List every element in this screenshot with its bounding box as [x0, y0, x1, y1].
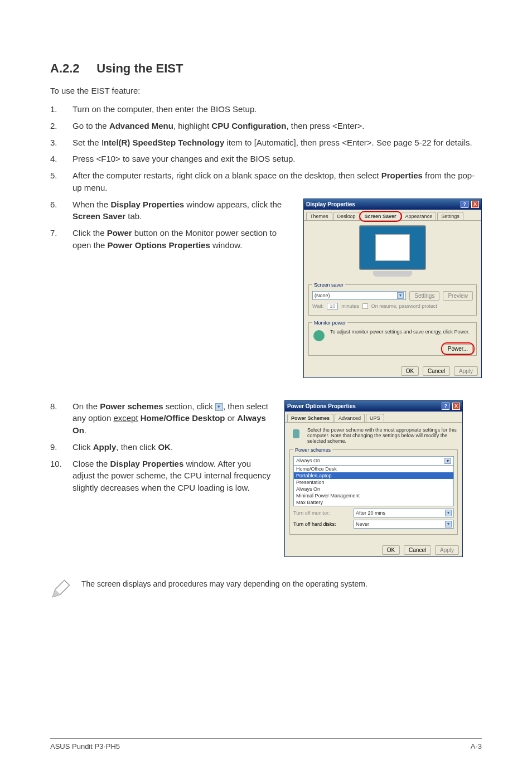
- screensaver-legend: Screen saver: [312, 282, 345, 288]
- step-2: 2. Go to the Advanced Menu, highlight CP…: [50, 120, 482, 132]
- step-number: 2.: [50, 120, 72, 132]
- cancel-button[interactable]: Cancel: [404, 545, 431, 555]
- chevron-down-icon: ▾: [215, 403, 223, 411]
- power-schemes-fieldset: Power schemes Always On ▾ Home/Office De…: [289, 447, 458, 535]
- section-number: A.2.2: [50, 61, 80, 75]
- svg-point-0: [313, 330, 325, 341]
- step-5: 5. After the computer restarts, right cl…: [50, 170, 482, 194]
- footer-left: ASUS Pundit P3-PH5: [50, 742, 120, 751]
- page-footer: ASUS Pundit P3-PH5 A-3: [50, 738, 482, 751]
- power-button[interactable]: Power...: [443, 344, 473, 354]
- step-number: 9.: [50, 441, 72, 453]
- step-10: 10. Close the Display Properties window.…: [50, 458, 273, 494]
- ok-button[interactable]: OK: [382, 545, 400, 555]
- step-3: 3. Set the Intel(R) SpeedStep Technology…: [50, 137, 482, 149]
- chevron-down-icon[interactable]: ▾: [445, 521, 452, 527]
- tab-advanced[interactable]: Advanced: [335, 414, 365, 422]
- step-text: Turn on the computer, then enter the BIO…: [72, 103, 482, 115]
- window-title: Power Options Properties: [287, 403, 356, 409]
- step-number: 7.: [50, 227, 72, 251]
- screensaver-select[interactable]: (None) ▾: [312, 291, 406, 300]
- step-9: 9. Click Apply, then click OK.: [50, 441, 273, 453]
- wait-unit: minutes: [341, 303, 359, 309]
- tab-settings[interactable]: Settings: [437, 212, 463, 220]
- step-text: On the Power schemes section, click ▾, t…: [72, 400, 273, 437]
- resume-checkbox[interactable]: [362, 303, 368, 309]
- tab-ups[interactable]: UPS: [366, 414, 384, 422]
- step-7: 7. Click the Power button on the Monitor…: [50, 227, 292, 251]
- tab-screensaver[interactable]: Screen Saver: [361, 212, 400, 220]
- section-heading: A.2.2 Using the EIST: [50, 61, 482, 76]
- step-6: 6. When the Display Properties window ap…: [50, 199, 292, 223]
- tabs-row: Themes Desktop Screen Saver Appearance S…: [304, 210, 481, 221]
- scheme-current: Always On: [296, 458, 320, 464]
- scheme-option[interactable]: Minimal Power Management: [294, 492, 453, 499]
- scheme-option[interactable]: Home/Office Desk: [294, 466, 453, 472]
- step-number: 3.: [50, 137, 72, 149]
- step-number: 4.: [50, 153, 72, 165]
- footer-right: A-3: [471, 742, 482, 751]
- energy-star-icon: [312, 329, 326, 342]
- chevron-down-icon[interactable]: ▾: [444, 458, 451, 464]
- power-scheme-select[interactable]: Always On ▾ Home/Office Desk Portable/La…: [293, 456, 454, 506]
- window-titlebar: Power Options Properties ? X: [285, 401, 462, 412]
- window-title: Display Properties: [306, 201, 355, 207]
- step-number: 5.: [50, 170, 72, 194]
- monitor-power-text: To adjust monitor power settings and sav…: [330, 329, 470, 335]
- preview-button[interactable]: Preview: [443, 291, 473, 301]
- close-button[interactable]: X: [452, 403, 460, 410]
- step-text: Click the Power button on the Monitor po…: [72, 227, 292, 251]
- wait-label: Wait:: [312, 303, 323, 309]
- apply-button[interactable]: Apply: [435, 545, 459, 555]
- wait-row: Wait: 10 minutes On resume, password pro…: [312, 303, 473, 309]
- step-text: Set the Intel(R) SpeedStep Technology it…: [72, 137, 482, 149]
- note-text: The screen displays and procedures may v…: [81, 579, 367, 588]
- step-text: Go to the Advanced Menu, highlight CPU C…: [72, 120, 482, 132]
- scheme-option[interactable]: Portable/Laptop: [294, 472, 453, 479]
- power-options-screenshot: Power Options Properties ? X Power Schem…: [284, 400, 463, 557]
- tab-power-schemes[interactable]: Power Schemes: [287, 414, 333, 422]
- section-title: Using the EIST: [96, 61, 183, 75]
- help-button[interactable]: ?: [442, 403, 449, 410]
- wait-spinner[interactable]: 10: [327, 303, 338, 309]
- step-number: 10.: [50, 458, 72, 494]
- step-text: Press <F10> to save your changes and exi…: [72, 153, 482, 165]
- step-text: Close the Display Properties window. Aft…: [72, 458, 273, 494]
- turnoff-monitor-select[interactable]: After 20 mins ▾: [354, 509, 454, 517]
- close-button[interactable]: X: [471, 201, 479, 208]
- apply-button[interactable]: Apply: [454, 366, 478, 376]
- intro-text: To use the EIST feature:: [50, 86, 482, 95]
- tab-desktop[interactable]: Desktop: [333, 212, 360, 220]
- display-properties-screenshot: Display Properties ? X Themes Desktop Sc…: [303, 199, 482, 378]
- tabs-row: Power Schemes Advanced UPS: [285, 412, 462, 423]
- window-titlebar: Display Properties ? X: [304, 199, 481, 210]
- monitor-power-fieldset: Monitor power To adjust monitor power se…: [308, 320, 477, 356]
- turnoff-monitor-label: Turn off monitor:: [293, 510, 349, 516]
- turnoff-hd-label: Turn off hard disks:: [293, 521, 349, 527]
- ok-button[interactable]: OK: [401, 366, 419, 376]
- step-number: 6.: [50, 199, 72, 223]
- scheme-options-list: Home/Office Desk Portable/Laptop Present…: [294, 466, 453, 506]
- scheme-option[interactable]: Max Battery: [294, 499, 453, 506]
- svg-rect-1: [293, 429, 299, 438]
- power-plug-icon: [289, 427, 303, 441]
- power-schemes-legend: Power schemes: [293, 447, 332, 453]
- scheme-option[interactable]: Always On: [294, 486, 453, 492]
- tab-themes[interactable]: Themes: [306, 212, 332, 220]
- settings-button[interactable]: Settings: [409, 291, 439, 301]
- tab-appearance[interactable]: Appearance: [402, 212, 437, 220]
- power-description: Select the power scheme with the most ap…: [307, 427, 458, 444]
- scheme-option[interactable]: Presentation: [294, 479, 453, 486]
- screensaver-fieldset: Screen saver (None) ▾ Settings Preview W…: [308, 282, 477, 316]
- turnoff-hd-select[interactable]: Never ▾: [354, 520, 454, 529]
- step-text: When the Display Properties window appea…: [72, 199, 292, 223]
- step-text: Click Apply, then click OK.: [72, 441, 273, 453]
- cancel-button[interactable]: Cancel: [423, 366, 450, 376]
- chevron-down-icon[interactable]: ▾: [445, 510, 452, 516]
- step-text: After the computer restarts, right click…: [72, 170, 482, 194]
- step-4: 4. Press <F10> to save your changes and …: [50, 153, 482, 165]
- chevron-down-icon[interactable]: ▾: [397, 292, 404, 299]
- resume-label: On resume, password protect: [371, 303, 437, 309]
- help-button[interactable]: ?: [461, 201, 468, 208]
- step-8: 8. On the Power schemes section, click ▾…: [50, 400, 273, 437]
